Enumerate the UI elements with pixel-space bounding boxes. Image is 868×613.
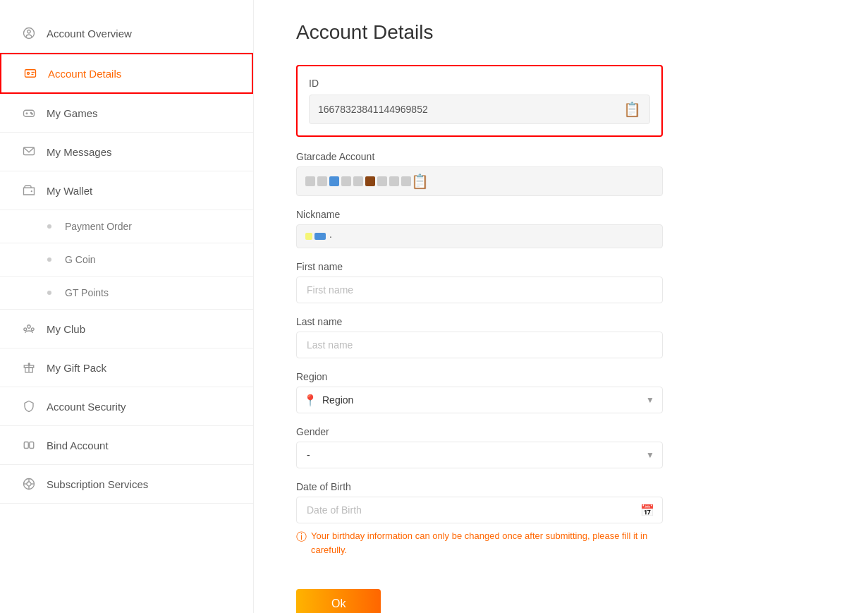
sidebar-label-g-coin: G Coin	[65, 254, 96, 265]
svg-point-1	[27, 30, 31, 34]
shield-icon	[21, 399, 37, 414]
svg-point-12	[31, 190, 32, 192]
sidebar-item-my-messages[interactable]: My Messages	[0, 133, 253, 171]
link-icon	[21, 437, 37, 453]
gender-select[interactable]: - Male Female Other	[296, 442, 663, 468]
sidebar-label-account-overview: Account Overview	[47, 28, 132, 40]
lastname-group: Last name	[296, 316, 663, 358]
id-value: 16678323841144969852	[318, 104, 623, 115]
region-label: Region	[296, 371, 663, 382]
wallet-icon	[21, 183, 37, 198]
nickname-label: Nickname	[296, 209, 663, 220]
game-controller-icon	[21, 105, 37, 121]
sidebar-item-my-wallet[interactable]: My Wallet	[0, 171, 253, 210]
sidebar-item-bind-account[interactable]: Bind Account	[0, 426, 253, 465]
gender-label: Gender	[296, 426, 663, 437]
svg-point-10	[32, 114, 33, 115]
message-icon	[21, 144, 37, 159]
sidebar-item-subscription-services[interactable]: Subscription Services	[0, 465, 253, 504]
sidebar-label-bind-account: Bind Account	[47, 439, 109, 451]
svg-point-3	[27, 73, 30, 75]
gtarcade-display	[305, 176, 411, 186]
gender-group: Gender - Male Female Other ▼	[296, 426, 663, 468]
gt-block-6	[365, 176, 375, 186]
sidebar-label-account-security: Account Security	[47, 401, 126, 413]
lastname-input[interactable]	[296, 332, 663, 358]
page-title: Account Details	[296, 21, 826, 44]
gt-block-9	[401, 176, 411, 186]
svg-point-13	[27, 325, 31, 329]
main-content: Account Details ID 16678323841144969852 …	[254, 0, 868, 613]
club-icon	[21, 321, 37, 336]
gt-block-8	[389, 176, 399, 186]
sidebar-label-account-details: Account Details	[48, 68, 121, 80]
id-label: ID	[309, 78, 650, 89]
gt-block-5	[353, 176, 363, 186]
sidebar-label-gt-points: GT Points	[65, 287, 109, 298]
nickname-group: Nickname ·	[296, 209, 663, 248]
region-select[interactable]: Region	[296, 387, 663, 413]
nickname-field-row: ·	[296, 224, 663, 248]
sidebar-item-account-overview[interactable]: Account Overview	[0, 14, 253, 53]
sidebar-label-my-wallet: My Wallet	[47, 185, 92, 197]
firstname-label: First name	[296, 261, 663, 272]
form-section: ID 16678323841144969852 📋 Gtarcade Accou…	[296, 65, 663, 613]
gtarcade-copy-icon[interactable]: 📋	[411, 173, 429, 190]
svg-point-15	[31, 328, 34, 331]
firstname-input[interactable]	[296, 277, 663, 303]
gt-block-7	[377, 176, 387, 186]
copy-icon[interactable]: 📋	[623, 101, 641, 118]
sidebar-label-my-club: My Club	[47, 323, 85, 335]
sidebar-item-g-coin[interactable]: G Coin	[0, 243, 253, 277]
sidebar-label-my-games: My Games	[47, 107, 98, 119]
sidebar-item-my-games[interactable]: My Games	[0, 94, 253, 133]
sidebar-item-account-details[interactable]: Account Details	[0, 53, 253, 94]
nick-text: ·	[329, 231, 332, 242]
id-box: ID 16678323841144969852 📋	[296, 65, 663, 137]
birthday-warning: ⓘ Your birthday information can only be …	[296, 529, 663, 557]
sidebar-item-my-club[interactable]: My Club	[0, 310, 253, 348]
region-group: Region 📍 Region ▼	[296, 371, 663, 413]
subscription-icon	[21, 476, 37, 492]
dot-icon	[42, 253, 56, 267]
sidebar-label-subscription-services: Subscription Services	[47, 478, 148, 490]
dob-group: Date of Birth 📅 ⓘ Your birthday informat…	[296, 481, 663, 557]
nickname-display: ·	[305, 231, 334, 242]
sidebar-item-gt-points[interactable]: GT Points	[0, 277, 253, 310]
id-card-icon	[23, 66, 38, 81]
sidebar-item-my-gift-pack[interactable]: My Gift Pack	[0, 348, 253, 387]
gtarcade-group: Gtarcade Account 📋	[296, 151, 663, 196]
svg-point-22	[27, 482, 31, 486]
sidebar-item-account-security[interactable]: Account Security	[0, 387, 253, 426]
sidebar-label-my-messages: My Messages	[47, 146, 112, 158]
dob-label: Date of Birth	[296, 481, 663, 492]
gtarcade-field-row: 📋	[296, 166, 663, 196]
ok-button[interactable]: Ok	[296, 589, 381, 613]
sidebar-label-payment-order: Payment Order	[65, 221, 132, 232]
birthday-warning-text: Your birthday information can only be ch…	[311, 529, 663, 557]
nick-block-1	[305, 233, 312, 240]
svg-rect-18	[24, 442, 28, 449]
dob-input[interactable]	[296, 497, 663, 523]
firstname-group: First name	[296, 261, 663, 303]
warning-icon: ⓘ	[296, 529, 307, 545]
dot-icon	[42, 286, 56, 300]
region-select-wrap: 📍 Region ▼	[296, 387, 663, 413]
gt-block-4	[341, 176, 351, 186]
gtarcade-label: Gtarcade Account	[296, 151, 663, 162]
svg-rect-19	[30, 442, 34, 449]
gender-select-wrap: - Male Female Other ▼	[296, 442, 663, 468]
nick-block-2	[314, 233, 326, 240]
svg-rect-2	[25, 70, 36, 78]
sidebar-label-my-gift-pack: My Gift Pack	[47, 362, 106, 374]
gt-block-1	[305, 176, 315, 186]
dob-wrap: 📅	[296, 497, 663, 523]
lastname-label: Last name	[296, 316, 663, 327]
user-circle-icon	[21, 25, 37, 41]
gt-block-3	[329, 176, 339, 186]
svg-point-14	[24, 328, 27, 331]
gift-icon	[21, 360, 37, 375]
dot-icon	[42, 219, 56, 233]
sidebar: Account Overview Account Details	[0, 0, 254, 613]
sidebar-item-payment-order[interactable]: Payment Order	[0, 210, 253, 243]
